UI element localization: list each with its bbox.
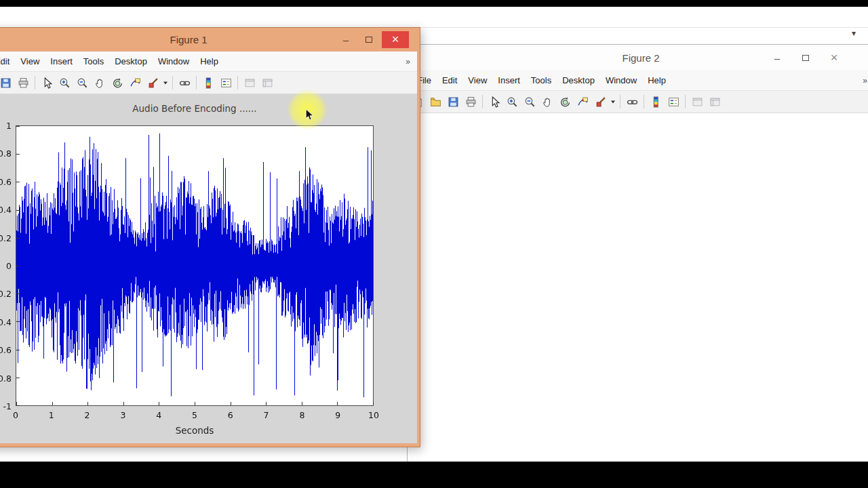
y-tick-label: -0.4	[0, 317, 12, 327]
y-tick-mark	[16, 126, 20, 127]
caret-down-icon[interactable]	[162, 75, 169, 91]
show-plot-tools-icon[interactable]	[259, 75, 275, 91]
menu-item-edit[interactable]: Edit	[0, 56, 15, 66]
close-button[interactable]: ×	[824, 49, 844, 66]
y-tick-mark	[16, 154, 20, 155]
y-tick-label: 0.4	[0, 205, 12, 215]
x-axis-label: Seconds	[16, 425, 374, 436]
hide-plot-tools-icon[interactable]	[689, 94, 705, 110]
zoom-in-icon[interactable]	[56, 75, 73, 91]
y-tick-mark	[16, 378, 20, 378]
menu-item-view[interactable]: View	[15, 56, 45, 66]
edit-plot-icon[interactable]	[39, 75, 55, 91]
menu-overflow-chevron[interactable]: »	[863, 76, 867, 85]
y-tick-label: -0.6	[0, 345, 12, 355]
x-tick-mark	[123, 402, 124, 405]
menu-item-window[interactable]: Window	[153, 56, 195, 66]
window-title: Figure 2	[622, 52, 659, 64]
insert-colorbar-icon[interactable]	[200, 75, 216, 91]
zoom-in-icon[interactable]	[504, 94, 520, 110]
edit-plot-icon[interactable]	[486, 94, 502, 110]
toolbar-separator	[172, 76, 173, 89]
title-bar[interactable]: Figure 2 – ×	[408, 45, 868, 70]
maximize-button[interactable]	[359, 31, 379, 48]
maximize-button[interactable]	[795, 49, 816, 66]
mouse-cursor-icon	[305, 108, 314, 121]
data-cursor-icon[interactable]	[574, 94, 591, 110]
open-file-icon[interactable]	[427, 94, 443, 110]
zoom-out-icon[interactable]	[74, 75, 90, 91]
brush-icon[interactable]	[592, 94, 608, 110]
x-tick-label: 6	[228, 410, 233, 420]
x-tick-mark	[195, 402, 195, 405]
brush-icon[interactable]	[144, 75, 161, 91]
y-tick-label: 0	[6, 261, 12, 271]
close-button[interactable]: ×	[382, 31, 409, 48]
chevron-down-icon[interactable]: ▾	[852, 28, 856, 38]
print-figure-icon[interactable]	[462, 94, 479, 110]
menu-item-desktop[interactable]: Desktop	[109, 56, 153, 66]
pan-icon[interactable]	[92, 75, 108, 91]
menu-item-view[interactable]: View	[462, 75, 492, 85]
rotate-3d-icon[interactable]	[557, 94, 573, 110]
pan-icon[interactable]	[539, 94, 555, 110]
y-tick-mark	[16, 293, 20, 294]
x-tick-label: 8	[299, 410, 304, 420]
insert-legend-icon[interactable]	[665, 94, 682, 110]
menu-item-tools[interactable]: Tools	[78, 56, 109, 66]
figure-canvas-area: Audio Before Encoding ...... 01234567891…	[0, 94, 417, 443]
show-plot-tools-icon[interactable]	[707, 94, 723, 110]
caret-down-icon[interactable]	[610, 94, 616, 110]
menu-item-help[interactable]: Help	[642, 75, 671, 85]
menu-item-help[interactable]: Help	[195, 56, 224, 66]
rotate-3d-icon[interactable]	[109, 75, 125, 91]
minimize-button[interactable]: –	[767, 49, 787, 66]
x-tick-label: 1	[49, 410, 54, 420]
y-tick-mark	[16, 182, 20, 182]
y-tick-mark	[16, 238, 20, 239]
toolbar-separator	[482, 95, 483, 108]
save-figure-icon[interactable]	[445, 94, 461, 110]
background-window-edge	[417, 27, 868, 28]
menu-item-window[interactable]: Window	[600, 75, 642, 85]
data-cursor-icon[interactable]	[127, 75, 143, 91]
y-tick-label: 0.8	[0, 148, 12, 159]
toolbar-separator	[644, 95, 644, 108]
x-tick-label: 0	[13, 410, 18, 420]
title-bar[interactable]: Figure 1 – ×	[0, 28, 420, 52]
desktop: ▾ Figure 2 – × FileEditViewInsertToolsDe…	[0, 0, 868, 488]
x-tick-label: 4	[156, 410, 161, 420]
menu-item-tools[interactable]: Tools	[526, 75, 557, 85]
x-tick-mark	[337, 402, 338, 405]
y-tick-mark	[16, 321, 20, 322]
minimize-button[interactable]: –	[336, 31, 356, 48]
menu-overflow-chevron[interactable]: »	[406, 57, 410, 66]
hide-plot-tools-icon[interactable]	[241, 75, 258, 91]
save-figure-icon[interactable]	[0, 75, 14, 91]
y-tick-labels: 10.80.60.40.20-0.2-0.4-0.6-0.8-1	[0, 125, 12, 406]
print-figure-icon[interactable]	[15, 75, 31, 91]
menu-item-insert[interactable]: Insert	[492, 75, 526, 85]
x-tick-label: 5	[192, 410, 197, 420]
x-tick-label: 7	[264, 410, 269, 420]
menu-item-insert[interactable]: Insert	[45, 56, 78, 66]
zoom-out-icon[interactable]	[521, 94, 538, 110]
x-tick-mark	[231, 402, 231, 405]
insert-colorbar-icon[interactable]	[648, 94, 664, 110]
x-tick-mark	[159, 402, 159, 405]
window-title: Figure 1	[170, 34, 207, 45]
menu-item-desktop[interactable]: Desktop	[557, 75, 600, 85]
bottom-letterbox-bar	[0, 462, 868, 488]
toolbar-separator	[196, 76, 197, 89]
insert-legend-icon[interactable]	[218, 75, 234, 91]
menu-item-edit[interactable]: Edit	[437, 75, 462, 85]
link-plot-icon[interactable]	[176, 75, 193, 91]
figure2-window: Figure 2 – × FileEditViewInsertToolsDesk…	[407, 44, 868, 464]
y-tick-label: 0.6	[0, 176, 12, 186]
plot-area[interactable]	[16, 125, 374, 406]
toolbar-separator	[237, 76, 238, 89]
maximize-icon	[366, 37, 372, 43]
link-plot-icon[interactable]	[624, 94, 640, 110]
figure-toolbar	[408, 91, 868, 113]
x-tick-mark	[266, 402, 267, 405]
